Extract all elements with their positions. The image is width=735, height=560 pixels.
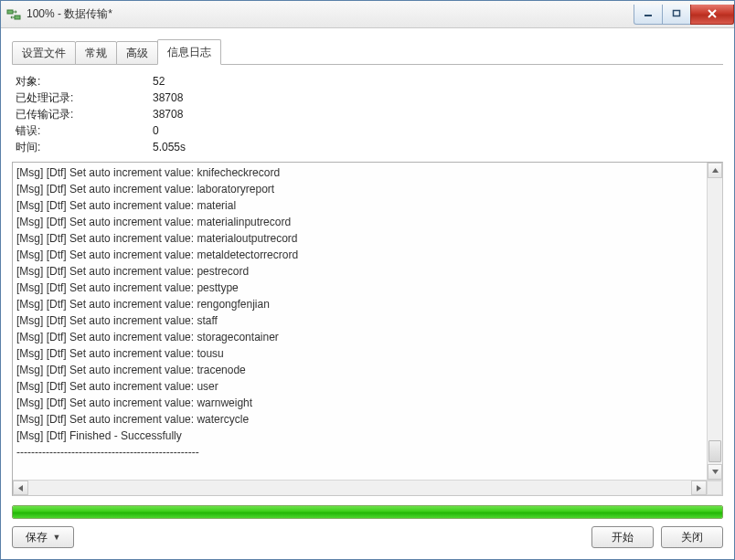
log-line: [Msg] [Dtf] Set auto increment value: st… <box>16 329 719 345</box>
log-line: [Msg] [Dtf] Set auto increment value: wa… <box>16 395 719 411</box>
tab-label: 信息日志 <box>167 46 211 58</box>
minimize-button[interactable] <box>634 5 663 25</box>
scroll-up-button[interactable] <box>708 163 722 178</box>
svg-rect-1 <box>15 16 20 19</box>
scroll-corner <box>707 481 722 495</box>
dialog-window: 100% - 数据传输* 设置文件 常规 高级 信息日志 <box>0 0 735 560</box>
log-line: [Msg] [Dtf] Set auto increment value: wa… <box>16 411 719 428</box>
tab-label: 常规 <box>85 47 107 59</box>
stats-label-processed: 已处理记录: <box>16 90 153 105</box>
stats-value-time: 5.055s <box>153 140 719 154</box>
titlebar: 100% - 数据传输* <box>1 1 734 28</box>
log-line: [Msg] [Dtf] Finished - Successfully <box>16 428 719 444</box>
stats-value-objects: 52 <box>153 74 719 89</box>
stats-value-processed: 38708 <box>153 90 719 105</box>
chevron-down-icon: ▼ <box>53 533 61 542</box>
scroll-left-button[interactable] <box>13 481 28 495</box>
tab-message-log[interactable]: 信息日志 <box>157 39 221 65</box>
stats-label-time: 时间: <box>16 140 153 154</box>
scroll-right-button[interactable] <box>691 481 707 495</box>
window-close-button[interactable] <box>690 5 734 25</box>
start-button[interactable]: 开始 <box>591 526 654 548</box>
log-content: [Msg] [Dtf] Set auto increment value: kn… <box>13 163 722 480</box>
log-line: [Msg] [Dtf] Set auto increment value: ma… <box>16 214 719 230</box>
log-line: [Msg] [Dtf] Set auto increment value: me… <box>16 247 719 263</box>
stats-label-errors: 错误: <box>16 123 153 138</box>
scroll-track[interactable] <box>708 178 722 464</box>
start-button-label: 开始 <box>612 530 634 545</box>
close-button[interactable]: 关闭 <box>661 526 723 548</box>
log-line: [Msg] [Dtf] Set auto increment value: st… <box>16 312 719 329</box>
stats-label-transferred: 已传输记录: <box>16 107 153 122</box>
stats-value-errors: 0 <box>153 123 719 138</box>
stats-value-transferred: 38708 <box>153 107 719 122</box>
progress-bar <box>12 505 723 519</box>
horizontal-scrollbar[interactable] <box>13 480 722 495</box>
log-line: [Msg] [Dtf] Set auto increment value: re… <box>16 296 719 312</box>
progress-row <box>12 505 723 519</box>
log-line: [Msg] [Dtf] Set auto increment value: pe… <box>16 263 719 280</box>
scroll-thumb[interactable] <box>708 440 721 462</box>
log-line: [Msg] [Dtf] Set auto increment value: us… <box>16 378 719 395</box>
log-line: [Msg] [Dtf] Set auto increment value: la… <box>16 181 719 197</box>
close-button-label: 关闭 <box>681 530 703 545</box>
save-button-label: 保存 <box>26 530 48 545</box>
stats-panel: 对象: 52 已处理记录: 38708 已传输记录: 38708 错误: 0 时… <box>12 65 723 162</box>
tab-label: 高级 <box>126 47 148 59</box>
log-line: [Msg] [Dtf] Set auto increment value: to… <box>16 345 719 362</box>
svg-rect-3 <box>674 11 680 16</box>
log-line: [Msg] [Dtf] Set auto increment value: ma… <box>16 197 719 214</box>
client-area: 设置文件 常规 高级 信息日志 对象: 52 已处理记录: 38708 已传输记… <box>1 28 734 559</box>
tab-advanced[interactable]: 高级 <box>116 41 158 65</box>
log-textbox[interactable]: [Msg] [Dtf] Set auto increment value: kn… <box>12 162 723 496</box>
vertical-scrollbar[interactable] <box>707 163 722 480</box>
tab-label: 设置文件 <box>22 47 66 59</box>
data-transfer-icon <box>6 7 21 22</box>
stats-label-objects: 对象: <box>16 74 153 89</box>
scroll-down-button[interactable] <box>708 464 722 480</box>
log-line: ----------------------------------------… <box>16 444 719 460</box>
progress-fill <box>13 506 722 518</box>
tab-general[interactable]: 常规 <box>75 41 117 65</box>
save-dropdown-button[interactable]: 保存 ▼ <box>12 526 74 548</box>
maximize-button[interactable] <box>662 5 691 25</box>
log-line: [Msg] [Dtf] Set auto increment value: pe… <box>16 280 719 296</box>
log-line: [Msg] [Dtf] Set auto increment value: ma… <box>16 230 719 247</box>
tab-strip: 设置文件 常规 高级 信息日志 <box>12 39 723 65</box>
svg-rect-0 <box>7 10 13 14</box>
button-row: 保存 ▼ 开始 关闭 <box>12 526 723 548</box>
window-controls <box>634 5 734 25</box>
log-line: [Msg] [Dtf] Set auto increment value: tr… <box>16 362 719 378</box>
tab-settings-file[interactable]: 设置文件 <box>12 41 76 65</box>
window-title: 100% - 数据传输* <box>27 6 112 22</box>
log-line: [Msg] [Dtf] Set auto increment value: kn… <box>16 164 719 181</box>
hscroll-track[interactable] <box>28 481 691 495</box>
